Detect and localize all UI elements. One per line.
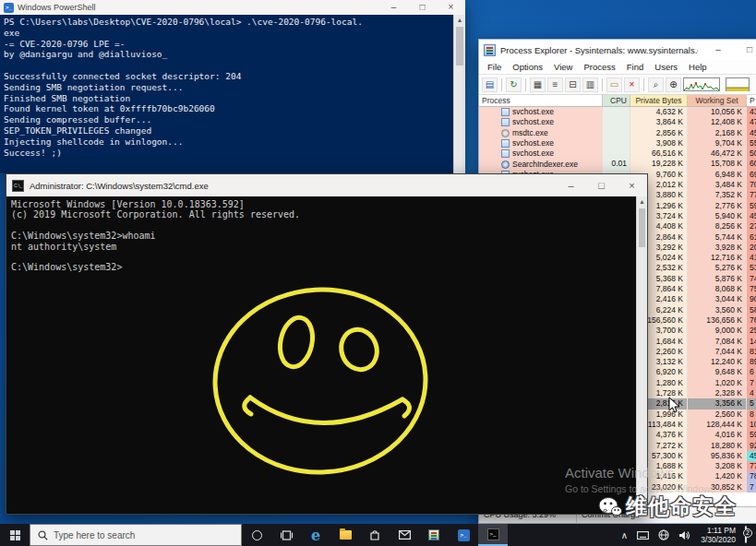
- mail-icon: [399, 530, 411, 540]
- scroll-thumb[interactable]: [639, 208, 645, 247]
- powershell-title: Windows PowerShell: [18, 3, 376, 12]
- column-header-working-set[interactable]: Working Set: [688, 95, 747, 106]
- pid-cell: 61: [747, 232, 756, 243]
- working-set-cell: 2,776 K: [688, 201, 747, 211]
- cortana-button[interactable]: [242, 524, 271, 546]
- action-center-button[interactable]: 2: [741, 527, 756, 543]
- pid-cell: 78: [747, 471, 756, 481]
- powershell-output[interactable]: PS C:\Users\labs\Desktop\CVE-2020-0796\l…: [0, 15, 453, 173]
- pid-cell: 14: [747, 337, 756, 347]
- working-set-cell: 3,560 K: [688, 305, 747, 315]
- column-header-cpu[interactable]: CPU: [603, 95, 630, 106]
- powershell-window: >_ Windows PowerShell – □ × PS C:\Users\…: [0, 0, 465, 173]
- cpu-cell: [603, 148, 630, 159]
- menu-file[interactable]: File: [482, 62, 507, 72]
- powershell-scrollbar[interactable]: ▲: [453, 15, 465, 173]
- search-input[interactable]: Type here to search: [30, 524, 242, 546]
- menu-options[interactable]: Options: [507, 62, 548, 72]
- working-set-cell: 9,000 K: [688, 326, 747, 336]
- task-view-button[interactable]: [271, 524, 301, 546]
- process-row[interactable]: SearchIndexer.exe0.0119,228 K15,708 K60: [479, 159, 756, 169]
- column-header-private-bytes[interactable]: Private Bytes: [630, 95, 688, 106]
- cmd-scrollbar[interactable]: ▲ ▼: [636, 196, 647, 514]
- close-button[interactable]: ×: [617, 174, 647, 196]
- tray-chevron-up-icon[interactable]: ∧: [617, 530, 632, 540]
- windows-logo-icon: [10, 530, 20, 540]
- svchost-process-icon: [501, 108, 510, 116]
- edge-button[interactable]: e: [301, 524, 330, 546]
- cmd-window-icon: C:\_: [12, 180, 24, 192]
- working-set-cell: 1,420 K: [688, 471, 747, 481]
- maximize-button[interactable]: □: [408, 0, 437, 15]
- scroll-up-icon[interactable]: ▲: [454, 15, 465, 26]
- process-row[interactable]: svchost.exe4,632 K10,056 K43: [479, 107, 756, 117]
- minimize-button[interactable]: –: [556, 174, 586, 196]
- working-set-cell: 12,240 K: [688, 357, 747, 367]
- menu-help[interactable]: Help: [683, 62, 713, 72]
- svchost-process-icon: [501, 118, 510, 126]
- cmd-output[interactable]: Microsoft Windows [Version 10.0.18363.59…: [6, 196, 636, 514]
- pid-cell: 92: [747, 441, 756, 451]
- scroll-down-icon[interactable]: ▼: [637, 503, 647, 514]
- system-information-icon[interactable]: ▦: [530, 77, 546, 92]
- pid-cell: 7: [747, 378, 756, 388]
- cmd-window: C:\_ Administrator: C:\Windows\system32\…: [6, 173, 648, 515]
- cpu-history-graph[interactable]: [683, 77, 720, 91]
- start-button[interactable]: [0, 524, 30, 546]
- cmd-titlebar[interactable]: C:\_ Administrator: C:\Windows\system32\…: [6, 174, 647, 196]
- powershell-taskbar-button[interactable]: >_: [449, 524, 478, 546]
- powershell-window-icon: >_: [4, 3, 14, 13]
- store-button[interactable]: [360, 524, 390, 546]
- pid-cell: 45: [747, 128, 756, 138]
- process-explorer-menubar: FileOptionsViewProcessFindUsersHelp: [479, 60, 756, 75]
- maximize-button[interactable]: □: [734, 40, 756, 60]
- show-process-tree-icon[interactable]: ≡: [547, 77, 563, 92]
- find-handle-icon[interactable]: ⌕: [648, 77, 664, 92]
- column-header-p[interactable]: P: [747, 95, 756, 106]
- menu-users[interactable]: Users: [649, 62, 683, 72]
- process-row[interactable]: msdtc.exe2,856 K2,168 K45: [479, 128, 756, 138]
- scroll-thumb[interactable]: [456, 27, 463, 65]
- cmd-taskbar-button[interactable]: >_: [478, 524, 508, 546]
- private-bytes-cell: 19,228 K: [630, 159, 688, 169]
- file-explorer-icon: [340, 530, 352, 540]
- network-icon[interactable]: [654, 529, 674, 540]
- taskbar-clock[interactable]: 1:11 PM 3/30/2020: [695, 526, 741, 544]
- working-set-cell: 5,876 K: [688, 274, 747, 284]
- process-row[interactable]: svchost.exe3,908 K9,704 K55: [479, 138, 756, 148]
- cpu-cell: [603, 128, 630, 138]
- properties-icon[interactable]: ▭: [606, 77, 622, 92]
- view-dlls-icon[interactable]: ▥: [582, 77, 598, 92]
- maximize-button[interactable]: □: [586, 174, 617, 196]
- minimize-button[interactable]: –: [702, 40, 734, 60]
- find-window-icon[interactable]: ⊕: [666, 77, 681, 92]
- pid-cell: 89: [747, 357, 756, 367]
- touch-keyboard-icon[interactable]: [632, 531, 654, 540]
- process-row[interactable]: svchost.exe3,864 K12,408 K47: [479, 117, 756, 127]
- scroll-up-icon[interactable]: ▲: [637, 196, 647, 208]
- pid-cell: 59: [747, 430, 756, 440]
- refresh-icon[interactable]: ↻: [506, 77, 522, 92]
- minimize-button[interactable]: –: [379, 0, 408, 15]
- working-set-cell: 128,444 K: [688, 420, 747, 430]
- process-name-cell: svchost.exe: [479, 148, 603, 159]
- menu-view[interactable]: View: [548, 62, 578, 72]
- cmd-title: Administrator: C:\Windows\system32\cmd.e…: [30, 181, 550, 191]
- file-explorer-button[interactable]: [330, 524, 360, 546]
- mail-button[interactable]: [390, 524, 419, 546]
- powershell-titlebar[interactable]: >_ Windows PowerShell – □ ×: [0, 0, 465, 15]
- show-lower-pane-icon[interactable]: ⊟: [565, 77, 581, 92]
- commit-history-graph[interactable]: [726, 77, 750, 91]
- menu-find[interactable]: Find: [621, 62, 649, 72]
- column-header-process[interactable]: Process: [479, 95, 603, 106]
- pid-cell: 77: [747, 190, 756, 200]
- kill-process-icon[interactable]: ×: [624, 77, 640, 92]
- close-button[interactable]: ×: [437, 0, 465, 15]
- volume-icon[interactable]: [674, 530, 695, 540]
- working-set-cell: 2,560 K: [688, 410, 747, 420]
- process-explorer-titlebar[interactable]: Process Explorer - Sysinternals: www.sys…: [479, 40, 756, 60]
- save-icon[interactable]: ▤: [482, 77, 498, 92]
- menu-process[interactable]: Process: [578, 62, 620, 72]
- process-row[interactable]: svchost.exe66,516 K46,472 K50: [479, 148, 756, 159]
- process-explorer-taskbar-button[interactable]: [419, 524, 449, 546]
